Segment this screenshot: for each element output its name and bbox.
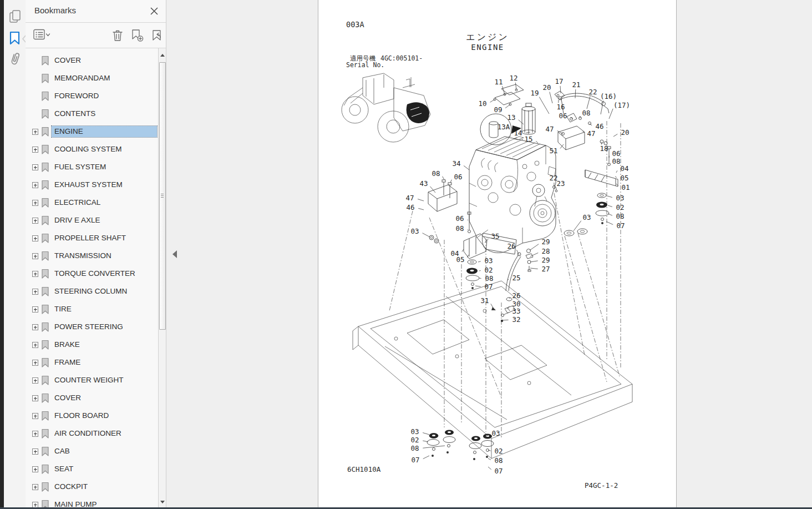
bookmark-item-contents[interactable]: CONTENTS <box>26 105 158 123</box>
expand-plus-icon[interactable] <box>32 431 38 437</box>
bookmarks-list: COVERMEMORANDAMFOREWORDCONTENTSENGINECOO… <box>26 48 158 509</box>
callout-label: 03 <box>582 213 591 221</box>
callout-label: 08 <box>410 444 419 452</box>
bookmark-item-engine[interactable]: ENGINE <box>26 123 158 141</box>
bookmark-item-tire[interactable]: TIRE <box>26 301 158 319</box>
bookmark-item-memorandam[interactable]: MEMORANDAM <box>26 70 158 88</box>
expand-plus-icon[interactable] <box>32 289 38 295</box>
expand-plus-icon[interactable] <box>32 271 38 277</box>
callout-label: 47 <box>545 125 554 133</box>
bookmarks-panel-icon[interactable] <box>8 31 22 46</box>
callout-leader <box>423 456 429 459</box>
scroll-down-button[interactable] <box>159 498 166 506</box>
expand-plus-icon[interactable] <box>32 129 38 135</box>
bookmark-item-floor-board[interactable]: FLOOR BOARD <box>26 407 158 425</box>
expand-plus-icon[interactable] <box>32 182 38 188</box>
callout-label: 08 <box>582 109 590 117</box>
callout-leader <box>530 253 538 256</box>
callout-leader <box>505 104 510 108</box>
callout-label: (17) <box>613 101 630 109</box>
bookmark-item-torque-converter[interactable]: TORQUE CONVERTER <box>26 265 158 283</box>
expand-plus-icon[interactable] <box>32 253 38 259</box>
bookmark-item-counter-weight[interactable]: COUNTER WEIGHT <box>26 372 158 390</box>
callout-leader <box>526 132 530 133</box>
callout-leader <box>530 268 538 269</box>
bookmark-item-electrical[interactable]: ELECTRICAL <box>26 194 158 212</box>
document-page: 003A エンジン ENGINE 適用号機 4GC:005101- Serial… <box>318 0 677 509</box>
callout-label: 14 <box>514 129 522 137</box>
callout-leader <box>575 89 576 98</box>
callout-leader <box>550 92 552 103</box>
bookmarks-scrollbar <box>158 48 166 509</box>
expand-plus-icon[interactable] <box>32 147 38 153</box>
bookmark-item-power-steering[interactable]: POWER STEERING <box>26 319 158 336</box>
bookmark-label: DRIV E AXLE <box>52 215 103 226</box>
callout-leader <box>616 170 617 173</box>
options-menu-icon[interactable] <box>33 29 51 43</box>
bookmarks-panel-header: Bookmarks <box>26 0 166 23</box>
bookmark-label: BRAKE <box>52 339 83 350</box>
page-thumbnails-icon[interactable] <box>8 9 22 24</box>
callout-label: 17 <box>555 77 563 85</box>
bookmark-item-exhaust-system[interactable]: EXHAUST SYSTEM <box>26 177 158 194</box>
callout-leader <box>450 180 451 183</box>
bookmark-item-frame[interactable]: FRAME <box>26 354 158 372</box>
close-panel-icon[interactable] <box>149 6 159 16</box>
expand-plus-icon[interactable] <box>32 235 38 241</box>
expand-plus-icon[interactable] <box>32 413 38 419</box>
callout-label: 29 <box>541 256 550 264</box>
page-code: 003A <box>346 20 364 29</box>
expand-plus-icon[interactable] <box>32 342 38 348</box>
bookmark-item-fuel-system[interactable]: FUEL SYSTEM <box>26 159 158 177</box>
bookmark-flag-icon <box>41 286 49 299</box>
callout-label: 07 <box>411 456 419 464</box>
callout-leader <box>490 99 495 102</box>
bookmark-item-seat[interactable]: SEAT <box>26 461 158 478</box>
expand-current-bookmark-icon[interactable] <box>149 29 164 44</box>
bookmark-item-cab[interactable]: CAB <box>26 443 158 461</box>
doc-title-ja: エンジン <box>466 32 509 42</box>
callout-label: 15 <box>524 135 532 143</box>
expand-plus-icon[interactable] <box>32 395 38 401</box>
expand-plus-icon[interactable] <box>32 448 38 455</box>
expand-plus-icon[interactable] <box>32 377 38 384</box>
expand-plus-icon[interactable] <box>32 306 38 313</box>
scroll-up-button[interactable] <box>159 51 166 59</box>
callout-leader <box>536 141 538 143</box>
bookmark-label: TIRE <box>52 304 74 315</box>
callout-label: 46 <box>595 122 603 130</box>
delete-bookmark-icon[interactable] <box>111 29 124 44</box>
expand-plus-icon[interactable] <box>32 164 38 170</box>
bookmark-flag-icon <box>41 393 49 406</box>
callout-leader <box>574 221 581 231</box>
bookmark-item-transmission[interactable]: TRANSMISSION <box>26 248 158 265</box>
callout-leader <box>488 450 491 451</box>
expand-plus-icon[interactable] <box>32 200 38 206</box>
bookmark-flag-icon <box>41 127 49 139</box>
new-bookmark-icon[interactable] <box>131 29 144 44</box>
expand-plus-icon[interactable] <box>32 466 38 472</box>
bookmark-flag-icon <box>41 304 49 317</box>
bookmark-flag-icon <box>41 91 49 104</box>
bookmark-item-foreword[interactable]: FOREWORD <box>26 88 158 105</box>
expand-plus-icon[interactable] <box>32 484 38 490</box>
expand-plus-icon[interactable] <box>32 360 38 366</box>
bookmark-item-brake[interactable]: BRAKE <box>26 336 158 354</box>
callout-label: 06 <box>454 173 462 181</box>
bookmark-item-cover[interactable]: COVER <box>26 390 158 407</box>
bookmark-item-steering-column[interactable]: STEERING COLUMN <box>26 283 158 301</box>
expand-plus-icon[interactable] <box>32 324 38 330</box>
bookmark-item-cover[interactable]: COVER <box>26 52 158 70</box>
bookmark-item-air-conditioner[interactable]: AIR CONDITIONER <box>26 425 158 443</box>
bookmark-item-propeller-shaft[interactable]: PROPELLER SHAFT <box>26 230 158 248</box>
callout-label: 07 <box>494 467 503 475</box>
collapse-panel-arrow[interactable] <box>172 250 177 258</box>
bookmark-flag-icon <box>41 198 49 210</box>
attachments-icon[interactable] <box>8 51 22 67</box>
expand-plus-icon[interactable] <box>32 218 38 224</box>
bookmark-item-driv-e-axle[interactable]: DRIV E AXLE <box>26 212 158 230</box>
bookmark-item-cockpit[interactable]: COCKPIT <box>26 478 158 496</box>
callout-leader <box>560 86 561 93</box>
bookmark-item-cooling-system[interactable]: COOLING SYSTEM <box>26 141 158 159</box>
scrollbar-thumb[interactable] <box>159 62 166 330</box>
